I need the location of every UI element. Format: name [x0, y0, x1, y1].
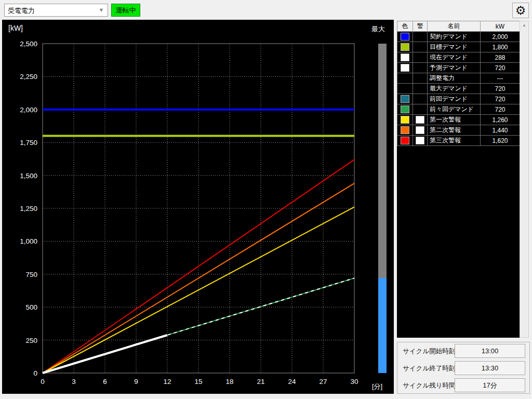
demand-chart: 02505007501,0001,2501,5001,7502,0002,250…: [2, 20, 394, 394]
color-swatch: [401, 33, 409, 41]
table-header: kW: [481, 21, 520, 32]
svg-text:250: 250: [25, 337, 37, 344]
color-swatch: [401, 43, 409, 51]
cycle-remaining-row: サイクル残り時間 17分: [397, 377, 529, 394]
svg-text:0: 0: [33, 369, 37, 377]
row-name: 最大デマンド: [428, 84, 481, 94]
alarm-cell: [413, 52, 428, 63]
svg-text:27: 27: [319, 378, 327, 385]
color-swatch: [401, 137, 409, 144]
table-row[interactable]: 前回デマンド720: [397, 94, 520, 104]
svg-text:18: 18: [225, 378, 233, 385]
demand-table: 色警名前kW 契約デマンド2,000目標デマンド1,800現在デマンド288予測…: [397, 21, 520, 146]
color-cell: [397, 63, 413, 73]
svg-text:2,500: 2,500: [20, 40, 37, 48]
table-row[interactable]: 第二次警報1,440: [397, 125, 520, 136]
svg-text:9: 9: [134, 378, 138, 385]
gear-icon: ⚙: [515, 4, 526, 17]
row-kw-value: 720: [481, 63, 520, 73]
svg-text:1,000: 1,000: [20, 237, 37, 245]
alarm-cell: [413, 115, 428, 125]
row-kw-value: 720: [481, 84, 520, 94]
table-row[interactable]: 前々回デマンド720: [397, 104, 520, 115]
color-cell: [397, 42, 413, 52]
signal-selector-dropdown[interactable]: 受電電力 ▼: [4, 4, 108, 17]
table-row[interactable]: 目標デマンド1,800: [397, 42, 520, 52]
table-scrollbar[interactable]: ▲: [520, 21, 529, 338]
x-axis-unit-label: [分]: [372, 382, 382, 391]
row-kw-value: 2,000: [481, 32, 520, 42]
alarm-checkbox[interactable]: [416, 116, 424, 124]
table-row[interactable]: 調整電力---: [397, 73, 520, 84]
svg-text:1,750: 1,750: [20, 139, 37, 147]
svg-text:500: 500: [25, 303, 37, 311]
alarm-cell: [413, 136, 428, 146]
table-header: 色: [397, 21, 413, 32]
svg-text:750: 750: [25, 271, 37, 278]
table-header: 名前: [428, 21, 481, 32]
row-kw-value: 1,440: [481, 125, 520, 136]
row-name: 目標デマンド: [428, 42, 481, 52]
row-name: 調整電力: [428, 73, 481, 84]
row-kw-value: ---: [481, 73, 520, 84]
table-row[interactable]: 現在デマンド288: [397, 52, 520, 63]
cycle-end-label: サイクル終了時刻: [403, 364, 455, 373]
color-cell: [397, 73, 413, 84]
color-swatch: [401, 64, 409, 72]
row-name: 前々回デマンド: [428, 104, 481, 115]
table-row[interactable]: 予測デマンド720: [397, 63, 520, 73]
color-cell: [397, 104, 413, 115]
svg-text:30: 30: [350, 378, 358, 385]
running-status-button[interactable]: 運転中: [111, 4, 140, 17]
alarm-cell: [413, 42, 428, 52]
table-row[interactable]: 最大デマンド720: [397, 84, 520, 94]
table-row[interactable]: 第一次警報1,260: [397, 115, 520, 125]
svg-text:6: 6: [103, 378, 107, 385]
row-kw-value: 720: [481, 104, 520, 115]
settings-button[interactable]: ⚙: [512, 3, 529, 18]
cycle-remaining-value: 17分: [455, 378, 525, 392]
max-demand-gauge: [378, 44, 387, 373]
svg-text:21: 21: [257, 378, 264, 385]
cycle-end-value: 13:30: [455, 361, 525, 375]
row-kw-value: 1,260: [481, 115, 520, 125]
alarm-checkbox[interactable]: [416, 126, 424, 134]
color-cell: [397, 125, 413, 136]
color-cell: [397, 136, 413, 146]
alarm-cell: [413, 84, 428, 94]
legend-table-backdrop: 色警名前kW 契約デマンド2,000目標デマンド1,800現在デマンド288予測…: [397, 21, 520, 338]
svg-text:2,000: 2,000: [20, 106, 37, 114]
table-row[interactable]: 契約デマンド2,000: [397, 32, 520, 42]
color-swatch: [401, 54, 409, 61]
color-swatch: [401, 95, 409, 103]
alarm-checkbox[interactable]: [416, 137, 424, 144]
row-kw-value: 1,620: [481, 136, 520, 146]
color-cell: [397, 94, 413, 104]
color-swatch: [401, 126, 409, 134]
svg-text:1,250: 1,250: [20, 205, 37, 212]
svg-text:15: 15: [194, 378, 202, 385]
svg-text:2,250: 2,250: [20, 73, 37, 81]
color-cell: [397, 52, 413, 63]
table-row[interactable]: 第三次警報1,620: [397, 136, 520, 146]
chevron-down-icon[interactable]: ▼: [95, 4, 108, 16]
gauge-fill-bar: [378, 278, 387, 373]
svg-text:12: 12: [163, 378, 171, 385]
alarm-cell: [413, 125, 428, 136]
row-name: 第三次警報: [428, 136, 481, 146]
row-name: 現在デマンド: [428, 52, 481, 63]
cycle-info-panel: サイクル開始時刻 13:00 サイクル終了時刻 13:30 サイクル残り時間 1…: [397, 342, 530, 394]
color-cell: [397, 84, 413, 94]
svg-text:0: 0: [41, 378, 45, 385]
svg-text:1,500: 1,500: [20, 172, 37, 180]
toolbar: 受電電力 ▼ 運転中 ⚙: [0, 0, 532, 20]
row-name: 第一次警報: [428, 115, 481, 125]
scroll-up-icon[interactable]: ▲: [520, 21, 528, 30]
row-name: 前回デマンド: [428, 94, 481, 104]
cycle-start-value: 13:00: [455, 344, 525, 358]
row-kw-value: 288: [481, 52, 520, 63]
svg-text:24: 24: [288, 378, 296, 385]
row-name: 契約デマンド: [428, 32, 481, 42]
alarm-cell: [413, 73, 428, 84]
color-swatch: [401, 116, 409, 124]
